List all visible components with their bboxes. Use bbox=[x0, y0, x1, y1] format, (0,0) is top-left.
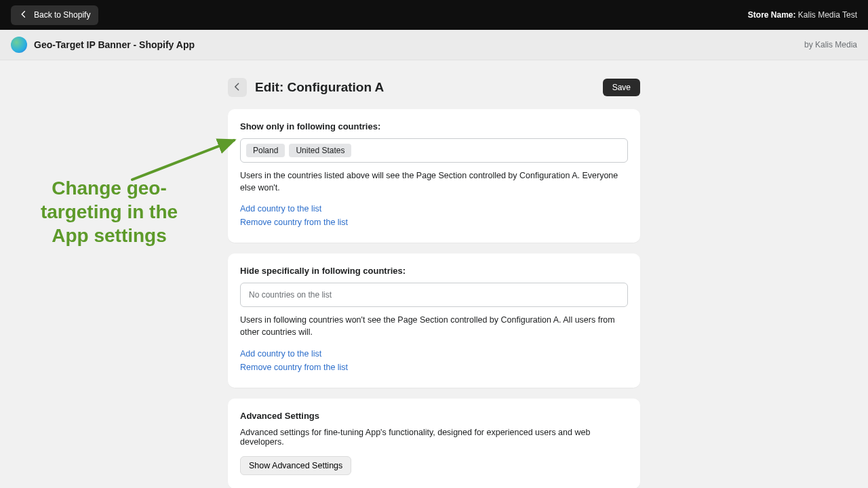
hide-countries-label: Hide specifically in following countries… bbox=[240, 266, 628, 276]
hide-empty-text: No countries on the list bbox=[246, 289, 334, 301]
add-country-link[interactable]: Add country to the list bbox=[240, 347, 628, 361]
show-countries-field[interactable]: Poland United States bbox=[240, 138, 628, 163]
store-info: Store Name: Kalis Media Test bbox=[748, 10, 857, 20]
hide-countries-card: Hide specifically in following countries… bbox=[228, 253, 640, 387]
hide-countries-field[interactable]: No countries on the list bbox=[240, 283, 628, 307]
show-countries-card: Show only in following countries: Poland… bbox=[228, 109, 640, 243]
app-byline: by Kalis Media bbox=[804, 40, 857, 49]
country-tag[interactable]: United States bbox=[289, 144, 351, 157]
add-country-link[interactable]: Add country to the list bbox=[240, 202, 628, 216]
back-to-shopify-button[interactable]: Back to Shopify bbox=[11, 5, 98, 25]
show-advanced-button[interactable]: Show Advanced Settings bbox=[240, 456, 351, 475]
hide-countries-help: Users in following countries won't see t… bbox=[240, 314, 628, 338]
advanced-settings-label: Advanced Settings bbox=[240, 411, 628, 421]
page-head: Edit: Configuration A Save bbox=[228, 78, 640, 97]
app-header: Geo-Target IP Banner - Shopify App by Ka… bbox=[0, 30, 868, 60]
show-countries-label: Show only in following countries: bbox=[240, 121, 628, 131]
annotation-text: Change geo-targeting in the App settings bbox=[24, 176, 194, 247]
save-button[interactable]: Save bbox=[603, 79, 640, 96]
page-back-button[interactable] bbox=[228, 78, 247, 97]
remove-country-link[interactable]: Remove country from the list bbox=[240, 216, 628, 229]
shopify-topbar: Back to Shopify Store Name: Kalis Media … bbox=[0, 0, 868, 30]
advanced-settings-card: Advanced Settings Advanced settings for … bbox=[228, 399, 640, 489]
arrow-left-icon bbox=[232, 81, 243, 94]
remove-country-link[interactable]: Remove country from the list bbox=[240, 361, 628, 374]
store-name-label: Store Name: bbox=[748, 10, 796, 20]
main-content: Edit: Configuration A Save Show only in … bbox=[228, 78, 640, 488]
arrow-left-icon bbox=[19, 9, 28, 21]
show-countries-help: Users in the countries listed above will… bbox=[240, 169, 628, 194]
page-title: Edit: Configuration A bbox=[255, 80, 384, 95]
globe-icon bbox=[11, 37, 27, 53]
advanced-settings-desc: Advanced settings for fine-tuning App's … bbox=[240, 428, 628, 447]
back-to-shopify-label: Back to Shopify bbox=[34, 10, 90, 20]
country-tag[interactable]: Poland bbox=[246, 144, 285, 157]
store-name-value: Kalis Media Test bbox=[798, 10, 857, 20]
app-title: Geo-Target IP Banner - Shopify App bbox=[34, 39, 195, 50]
